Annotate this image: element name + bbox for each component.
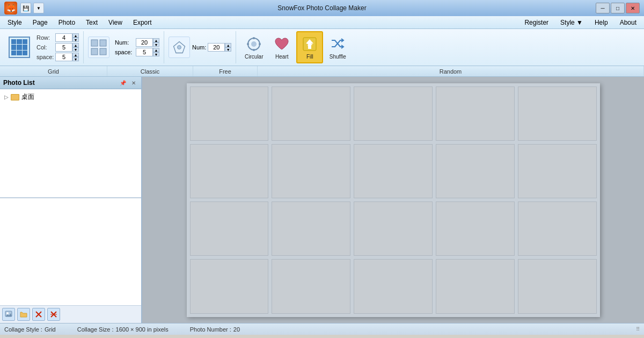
svg-point-10 — [247, 43, 249, 45]
toolbar: Row: ▲ ▼ Col: ▲ ▼ — [0, 29, 644, 66]
tree-item-desktop[interactable]: ▷ 桌面 — [2, 91, 139, 103]
svg-point-8 — [253, 37, 255, 39]
close-panel-button[interactable]: ✕ — [129, 78, 138, 87]
classic-num-spinner: ▲ ▼ — [136, 38, 159, 47]
status-photo-value: 20 — [233, 326, 240, 333]
close-button[interactable]: ✕ — [626, 3, 640, 13]
grid-section-label: Grid — [0, 66, 107, 76]
status-style: Collage Style : Grid — [4, 326, 56, 333]
grid-cell — [23, 45, 27, 49]
space-input[interactable] — [55, 53, 72, 61]
svg-rect-3 — [100, 48, 106, 55]
photo-actions — [0, 305, 141, 323]
classic-space-spinner-btns: ▲ ▼ — [153, 48, 159, 56]
add-photo-button[interactable] — [2, 308, 15, 321]
classic-space-input[interactable] — [136, 48, 153, 56]
classic-num-input[interactable] — [136, 38, 153, 47]
heart-button[interactable]: Heart — [268, 31, 295, 63]
col-spinner: ▲ ▼ — [55, 43, 79, 52]
photo-list-panel: Photo List 📌 ✕ ▷ 桌面 — [0, 77, 142, 323]
classic-space-up[interactable]: ▲ — [153, 48, 159, 52]
menu-style-right[interactable]: Style ▼ — [555, 18, 588, 27]
svg-rect-2 — [91, 48, 98, 55]
free-num-input[interactable] — [208, 43, 225, 52]
status-style-label: Collage Style : — [4, 326, 42, 333]
free-section-label: Free — [193, 66, 258, 76]
grid-cell — [11, 39, 16, 44]
menu-bar: Style Page Photo Text View Export Regist… — [0, 16, 644, 29]
shuffle-button[interactable]: Shuffle — [324, 31, 351, 63]
collage-cell — [272, 87, 350, 141]
classic-num-label: Num: — [115, 39, 134, 46]
clear-all-button[interactable] — [47, 308, 60, 321]
menu-export[interactable]: Export — [128, 18, 157, 27]
grid-cell — [11, 45, 16, 49]
collage-cell — [436, 144, 515, 198]
col-down-button[interactable]: ▼ — [72, 47, 79, 52]
menu-view[interactable]: View — [103, 18, 128, 27]
circular-icon — [245, 35, 262, 53]
space-up-button[interactable]: ▲ — [72, 53, 79, 57]
fill-button[interactable]: Fill — [296, 31, 323, 63]
shuffle-label: Shuffle — [330, 54, 346, 60]
tree-item-label: 桌面 — [21, 92, 34, 102]
space-spinner: ▲ ▼ — [55, 53, 79, 61]
toolbar-section-labels: Grid Classic Free Random — [0, 66, 644, 77]
row-label: Row: — [36, 34, 54, 41]
menu-style[interactable]: Style — [2, 18, 27, 27]
row-up-button[interactable]: ▲ — [72, 33, 79, 38]
menu-page[interactable]: Page — [27, 18, 53, 27]
save-button[interactable]: 💾 — [20, 3, 31, 13]
grid-icon — [9, 37, 30, 58]
svg-rect-0 — [91, 40, 98, 46]
collage-cell — [354, 144, 433, 198]
free-num-spinner-btns: ▲ ▼ — [225, 43, 231, 52]
status-style-value: Grid — [45, 326, 56, 333]
toolbar-free-section: Num: ▲ ▼ — [164, 31, 236, 63]
svg-point-11 — [253, 49, 255, 51]
add-folder-button[interactable] — [17, 308, 30, 321]
app-icon: 🦊 — [4, 2, 17, 15]
resize-grip[interactable]: ⠿ — [636, 326, 640, 332]
menu-text[interactable]: Text — [80, 18, 103, 27]
pin-button[interactable]: 📌 — [119, 78, 127, 87]
col-up-button[interactable]: ▲ — [72, 43, 79, 47]
menu-about[interactable]: About — [614, 18, 642, 27]
restore-button[interactable]: □ — [611, 3, 625, 13]
space-down-button[interactable]: ▼ — [72, 57, 79, 61]
menu-register[interactable]: Register — [519, 18, 554, 27]
col-label: Col: — [36, 44, 54, 51]
classic-space-label: space: — [115, 49, 134, 55]
remove-button[interactable] — [32, 308, 45, 321]
minimize-button[interactable]: ─ — [596, 3, 610, 13]
classic-space-down[interactable]: ▼ — [153, 52, 159, 56]
free-num-up[interactable]: ▲ — [225, 43, 231, 47]
heart-label: Heart — [275, 54, 288, 60]
panel-buttons: 📌 ✕ — [119, 78, 138, 87]
toolbar-shape-section: Circular Heart Fill — [236, 31, 355, 63]
row-down-button[interactable]: ▼ — [72, 38, 79, 42]
menu-photo[interactable]: Photo — [53, 18, 80, 27]
row-control: Row: ▲ ▼ — [36, 33, 79, 42]
circular-button[interactable]: Circular — [240, 31, 267, 63]
classic-space-spinner: ▲ ▼ — [136, 48, 159, 56]
classic-num-up[interactable]: ▲ — [153, 38, 159, 42]
grid-cell — [23, 39, 27, 44]
quick-dropdown-button[interactable]: ▼ — [33, 3, 44, 13]
collage-cell — [518, 259, 597, 313]
classic-num-down[interactable]: ▼ — [153, 42, 159, 47]
classic-section-label: Classic — [107, 66, 193, 76]
space-spinner-btns: ▲ ▼ — [72, 53, 79, 61]
free-num-down[interactable]: ▼ — [225, 47, 231, 52]
collage-cell — [436, 87, 515, 141]
window-controls: ─ □ ✕ — [596, 3, 640, 13]
row-input[interactable] — [55, 33, 72, 42]
space-label: space: — [36, 54, 54, 60]
menu-help[interactable]: Help — [589, 18, 613, 27]
col-input[interactable] — [55, 43, 72, 52]
classic-num-control: Num: ▲ ▼ — [115, 38, 159, 47]
svg-point-16 — [6, 312, 9, 314]
collage-cell — [272, 202, 350, 256]
collage-cell — [354, 259, 433, 313]
collage-cell — [518, 87, 597, 141]
